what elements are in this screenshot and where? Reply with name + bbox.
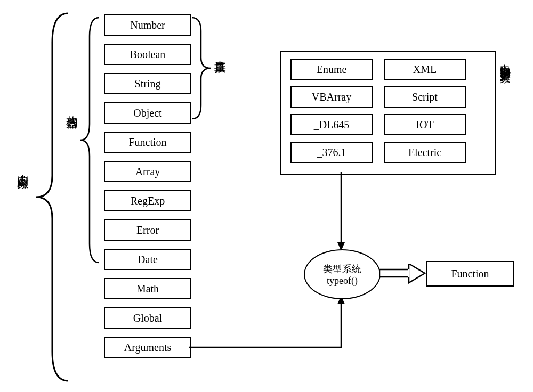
builtin-item-function: Function [104,132,191,153]
builtin-item-regexp: RegExp [104,190,191,211]
ext-vbarray: VBArray [290,86,373,108]
type-system-ellipse: 类型系统 typeof() [304,249,381,299]
builtin-item-array: Array [104,161,191,182]
ext-xml: XML [384,59,466,80]
builtin-item-number: Number [104,14,191,36]
brace-large [31,11,79,383]
arrow-type-to-function [379,264,427,285]
builtin-item-boolean: Boolean [104,44,191,65]
ext-script: Script [384,86,466,108]
svg-rect-3 [379,270,409,277]
arrow-ext-to-type [320,172,362,252]
extension-label: 电力物联网扩展对象 [498,56,513,66]
brace-literal [189,15,216,121]
builtin-label: 内置对象 [15,165,31,169]
builtin-item-arguments: Arguments [104,337,191,358]
builtin-item-error: Error [104,219,191,241]
ext-electric: Electric [384,142,466,163]
builtin-item-date: Date [104,249,191,270]
ext-iot: IOT [384,114,466,135]
type-system-line1: 类型系统 [323,263,361,275]
function-output: Function [426,261,514,287]
builtin-item-math: Math [104,278,191,299]
builtin-item-object: Object [104,102,191,124]
type-system-line2: typeof() [327,275,358,287]
builtin-item-global: Global [104,307,191,329]
arrow-builtin-to-type [189,296,365,360]
literal-label: 直接量 [212,51,228,54]
brace-constructor [78,15,104,265]
ext-enume: Enume [290,59,373,80]
ext-dl645: _DL645 [290,114,373,135]
svg-marker-5 [409,264,425,283]
ext-3761: _376.1 [290,142,373,163]
builtin-item-string: String [104,73,191,94]
